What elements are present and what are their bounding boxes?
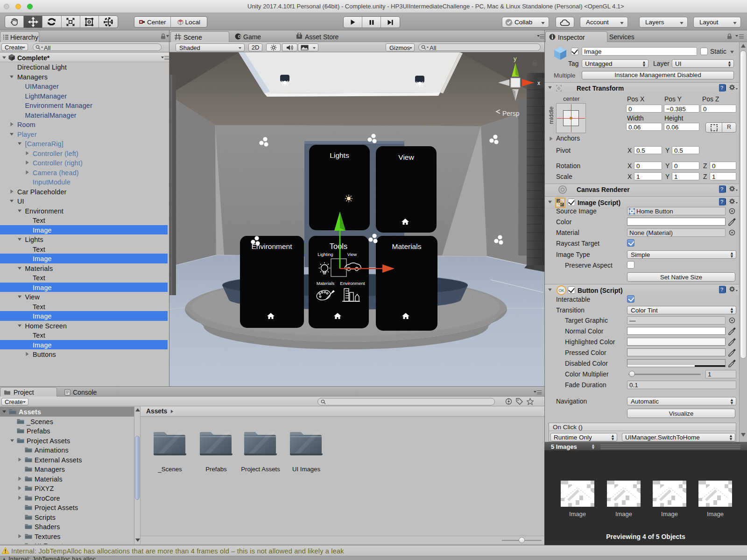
svg-text:Tools: Tools [330, 242, 348, 250]
svg-text:?: ? [720, 199, 723, 205]
svg-text:?: ? [720, 287, 723, 292]
svg-text:Persp: Persp [502, 110, 520, 117]
svg-text:Lighting: Lighting [317, 252, 333, 257]
svg-text:x: x [537, 80, 540, 86]
svg-text:Lights: Lights [330, 151, 349, 159]
svg-text:y: y [514, 55, 517, 62]
svg-text:Materials: Materials [317, 281, 335, 286]
svg-text:View: View [398, 153, 414, 161]
svg-text:Environment: Environment [340, 281, 365, 286]
svg-text:?: ? [720, 186, 723, 192]
svg-text:OK: OK [558, 288, 564, 293]
svg-text:?: ? [720, 85, 723, 91]
svg-text:View: View [347, 252, 357, 257]
svg-text:Materials: Materials [392, 242, 422, 250]
